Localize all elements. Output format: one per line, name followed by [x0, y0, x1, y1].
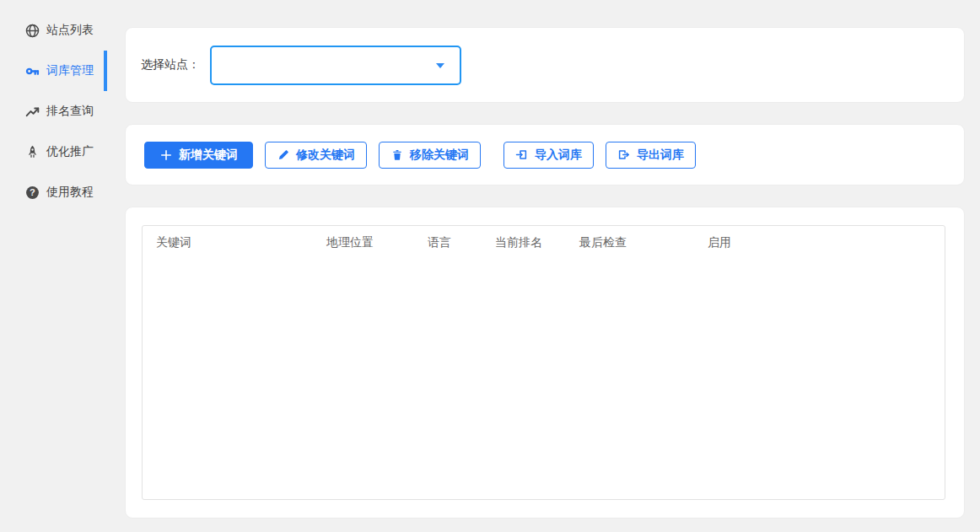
add-keyword-button[interactable]: 新增关键词: [144, 142, 253, 169]
sidebar-item-tutorial[interactable]: ? 使用教程: [0, 172, 107, 212]
edit-keyword-label: 修改关键词: [296, 148, 355, 163]
main-content: 选择站点： 新增关键词 修改关键词: [125, 0, 965, 519]
trending-up-icon: [25, 105, 40, 119]
edit-keyword-button[interactable]: 修改关键词: [265, 142, 367, 169]
import-library-button[interactable]: 导入词库: [503, 142, 594, 169]
add-keyword-label: 新增关键词: [179, 148, 238, 163]
column-header-keyword: 关键词: [156, 235, 326, 250]
import-icon: [515, 148, 528, 161]
site-select-label: 选择站点：: [141, 57, 200, 73]
globe-icon: [25, 24, 40, 38]
plus-icon: [159, 148, 172, 161]
keyword-table-card: 关键词 地理位置 语言 当前排名 最后检查 启用: [125, 207, 965, 519]
site-select-card: 选择站点：: [125, 27, 965, 103]
rocket-icon: [25, 145, 40, 159]
key-icon: [25, 64, 40, 78]
column-header-current-rank: 当前排名: [495, 235, 579, 250]
trash-icon: [390, 148, 403, 161]
export-library-button[interactable]: 导出词库: [606, 142, 696, 169]
column-header-language: 语言: [428, 235, 495, 250]
sidebar-item-label: 排名查询: [46, 104, 94, 119]
sidebar-item-keyword-library[interactable]: 词库管理: [0, 51, 107, 91]
column-header-location: 地理位置: [326, 235, 428, 250]
sidebar-item-label: 使用教程: [46, 185, 94, 200]
keyword-toolbar-card: 新增关键词 修改关键词 移除关键词: [125, 124, 965, 185]
svg-text:?: ?: [30, 187, 35, 197]
keyword-table: 关键词 地理位置 语言 当前排名 最后检查 启用: [142, 225, 945, 500]
sidebar-item-label: 站点列表: [46, 23, 94, 38]
column-header-last-check: 最后检查: [579, 235, 708, 250]
sidebar-item-optimize-promote[interactable]: 优化推广: [0, 132, 107, 172]
remove-keyword-label: 移除关键词: [410, 148, 469, 163]
import-library-label: 导入词库: [535, 148, 582, 163]
question-circle-icon: ?: [25, 185, 40, 200]
site-select-dropdown[interactable]: [210, 46, 461, 85]
export-library-label: 导出词库: [637, 148, 684, 163]
sidebar-item-label: 词库管理: [46, 63, 94, 78]
site-select-value: [222, 47, 426, 83]
pencil-icon: [277, 148, 289, 161]
sidebar: 站点列表 词库管理 排名查询: [0, 0, 107, 532]
remove-keyword-button[interactable]: 移除关键词: [379, 142, 481, 169]
chevron-down-icon: [436, 63, 444, 68]
column-header-enabled: 启用: [708, 235, 945, 250]
sidebar-item-label: 优化推广: [46, 144, 94, 159]
table-body-empty: [143, 260, 945, 499]
sidebar-item-rank-query[interactable]: 排名查询: [0, 91, 107, 132]
export-icon: [617, 148, 630, 161]
table-header-row: 关键词 地理位置 语言 当前排名 最后检查 启用: [143, 226, 945, 260]
sidebar-item-site-list[interactable]: 站点列表: [0, 10, 107, 51]
